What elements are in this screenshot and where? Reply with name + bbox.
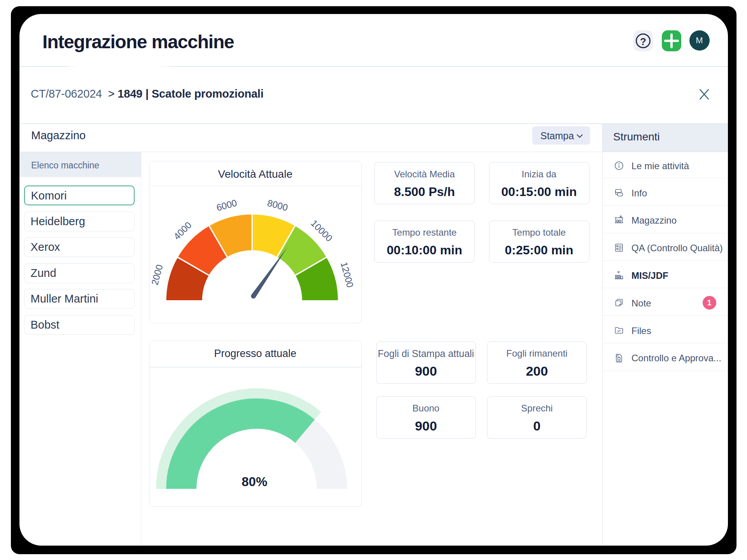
- svg-text:8000: 8000: [266, 198, 289, 213]
- svg-text:?: ?: [640, 36, 646, 47]
- svg-text:6000: 6000: [215, 198, 238, 213]
- svg-text:12000: 12000: [339, 261, 356, 289]
- svg-text:80%: 80%: [242, 474, 267, 489]
- svg-text:2000: 2000: [149, 263, 165, 286]
- svg-text:4000: 4000: [172, 220, 194, 242]
